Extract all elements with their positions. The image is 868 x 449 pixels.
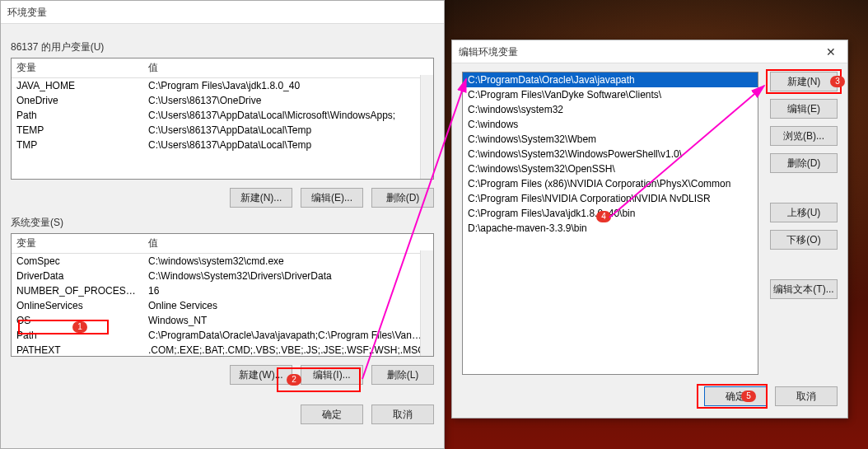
var-name: ComSpec bbox=[12, 254, 143, 269]
table-row[interactable]: PATHEXT.COM;.EXE;.BAT;.CMD;.VBS;.VBE;.JS… bbox=[12, 343, 433, 357]
var-value: C:\Users\86137\AppData\Local\Temp bbox=[143, 138, 433, 152]
sys-vars-listbox[interactable]: 变量 值 ComSpecC:\windows\system32\cmd.exeD… bbox=[11, 233, 434, 357]
var-name: OneDrive bbox=[12, 93, 143, 108]
scrollbar[interactable] bbox=[420, 250, 433, 356]
table-row[interactable]: TMPC:\Users\86137\AppData\Local\Temp bbox=[12, 138, 433, 152]
close-icon[interactable]: ✕ bbox=[821, 40, 841, 63]
edit-path-title-bar: 编辑环境变量 ✕ bbox=[452, 40, 847, 63]
var-name: Path bbox=[12, 328, 143, 343]
var-name: JAVA_HOME bbox=[12, 78, 143, 93]
table-row[interactable]: OnlineServicesOnline Services bbox=[12, 298, 433, 313]
user-delete-button[interactable]: 删除(D) bbox=[371, 188, 434, 208]
table-row[interactable]: PathC:\ProgramData\Oracle\Java\javapath;… bbox=[12, 328, 433, 343]
path-browse-button[interactable]: 浏览(B)... bbox=[770, 126, 838, 146]
env-cancel-button[interactable]: 取消 bbox=[371, 405, 434, 424]
var-value: Online Services bbox=[143, 298, 433, 313]
var-name: OS bbox=[12, 313, 143, 328]
sys-vars-label: 系统变量(S) bbox=[11, 216, 434, 230]
path-new-button[interactable]: 新建(N) bbox=[770, 72, 838, 91]
list-item[interactable]: C:\ProgramData\Oracle\Java\javapath bbox=[463, 72, 758, 87]
table-row[interactable]: JAVA_HOMEC:\Program Files\Java\jdk1.8.0_… bbox=[12, 78, 433, 93]
table-row[interactable]: PathC:\Users\86137\AppData\Local\Microso… bbox=[12, 108, 433, 123]
var-value: C:\Users\86137\AppData\Local\Microsoft\W… bbox=[143, 108, 433, 123]
path-entries-listbox[interactable]: C:\ProgramData\Oracle\Java\javapathC:\Pr… bbox=[462, 72, 758, 375]
var-name: NUMBER_OF_PROCESSORS bbox=[12, 283, 143, 298]
var-name: DriverData bbox=[12, 269, 143, 283]
list-item[interactable]: C:\Program Files (x86)\NVIDIA Corporatio… bbox=[463, 176, 758, 191]
list-item[interactable]: C:\Program Files\NVIDIA Corporation\NVID… bbox=[463, 191, 758, 206]
var-name: PATHEXT bbox=[12, 343, 143, 357]
var-name: OnlineServices bbox=[12, 298, 143, 313]
scrollbar[interactable] bbox=[420, 75, 433, 179]
env-vars-title-bar: 环境变量 bbox=[1, 1, 444, 24]
table-row[interactable]: ComSpecC:\windows\system32\cmd.exe bbox=[12, 254, 433, 269]
table-row[interactable]: DriverDataC:\Windows\System32\Drivers\Dr… bbox=[12, 269, 433, 283]
user-vars-header: 变量 值 bbox=[12, 58, 433, 78]
user-edit-button[interactable]: 编辑(E)... bbox=[301, 188, 363, 208]
list-item[interactable]: C:\Program Files\VanDyke Software\Client… bbox=[463, 87, 758, 102]
user-vars-label: 86137 的用户变量(U) bbox=[11, 40, 434, 54]
env-vars-title: 环境变量 bbox=[7, 1, 47, 24]
var-name: TEMP bbox=[12, 123, 143, 138]
sys-delete-button[interactable]: 删除(L) bbox=[371, 365, 434, 385]
var-value: .COM;.EXE;.BAT;.CMD;.VBS;.VBE;.JS;.JSE;.… bbox=[143, 343, 433, 357]
edit-path-title: 编辑环境变量 bbox=[459, 40, 518, 63]
var-value: C:\windows\system32\cmd.exe bbox=[143, 254, 433, 269]
edit-cancel-button[interactable]: 取消 bbox=[775, 386, 838, 406]
path-edit-button[interactable]: 编辑(E) bbox=[770, 99, 838, 119]
var-value: C:\Users\86137\OneDrive bbox=[143, 93, 433, 108]
var-value: 16 bbox=[143, 283, 433, 298]
sys-edit-button[interactable]: 编辑(I)... bbox=[301, 365, 363, 385]
var-value: Windows_NT bbox=[143, 313, 433, 328]
list-item[interactable]: C:\Program Files\Java\jdk1.8.0_40\bin bbox=[463, 206, 758, 221]
user-new-button[interactable]: 新建(N)... bbox=[230, 188, 292, 208]
list-item[interactable]: C:\windows bbox=[463, 117, 758, 132]
var-value: C:\Windows\System32\Drivers\DriverData bbox=[143, 269, 433, 283]
user-vars-listbox[interactable]: 变量 值 JAVA_HOMEC:\Program Files\Java\jdk1… bbox=[11, 58, 434, 180]
list-item[interactable]: C:\windows\System32\OpenSSH\ bbox=[463, 161, 758, 176]
table-row[interactable]: OneDriveC:\Users\86137\OneDrive bbox=[12, 93, 433, 108]
col-header-var: 变量 bbox=[12, 234, 143, 253]
path-delete-button[interactable]: 删除(D) bbox=[770, 153, 838, 173]
list-item[interactable]: C:\windows\System32\Wbem bbox=[463, 132, 758, 147]
edit-ok-button[interactable]: 确定 bbox=[704, 386, 767, 406]
var-value: C:\ProgramData\Oracle\Java\javapath;C:\P… bbox=[143, 328, 433, 343]
var-name: TMP bbox=[12, 138, 143, 152]
col-header-val: 值 bbox=[143, 234, 433, 253]
path-down-button[interactable]: 下移(O) bbox=[770, 230, 838, 250]
sys-vars-header: 变量 值 bbox=[12, 234, 433, 254]
col-header-var: 变量 bbox=[12, 58, 143, 77]
list-item[interactable]: C:\windows\System32\WindowsPowerShell\v1… bbox=[463, 147, 758, 161]
env-ok-button[interactable]: 确定 bbox=[301, 405, 363, 424]
var-value: C:\Users\86137\AppData\Local\Temp bbox=[143, 123, 433, 138]
env-vars-dialog: 环境变量 86137 的用户变量(U) 变量 值 JAVA_HOMEC:\Pro… bbox=[0, 0, 445, 449]
table-row[interactable]: TEMPC:\Users\86137\AppData\Local\Temp bbox=[12, 123, 433, 138]
table-row[interactable]: NUMBER_OF_PROCESSORS16 bbox=[12, 283, 433, 298]
col-header-val: 值 bbox=[143, 58, 433, 77]
list-item[interactable]: D:\apache-maven-3.3.9\bin bbox=[463, 221, 758, 236]
sys-new-button[interactable]: 新建(W)... bbox=[230, 365, 292, 385]
path-up-button[interactable]: 上移(U) bbox=[770, 203, 838, 222]
var-name: Path bbox=[12, 108, 143, 123]
var-value: C:\Program Files\Java\jdk1.8.0_40 bbox=[143, 78, 433, 93]
path-edit-text-button[interactable]: 编辑文本(T)... bbox=[770, 279, 838, 299]
list-item[interactable]: C:\windows\system32 bbox=[463, 102, 758, 117]
table-row[interactable]: OSWindows_NT bbox=[12, 313, 433, 328]
edit-path-dialog: 编辑环境变量 ✕ C:\ProgramData\Oracle\Java\java… bbox=[451, 40, 848, 419]
